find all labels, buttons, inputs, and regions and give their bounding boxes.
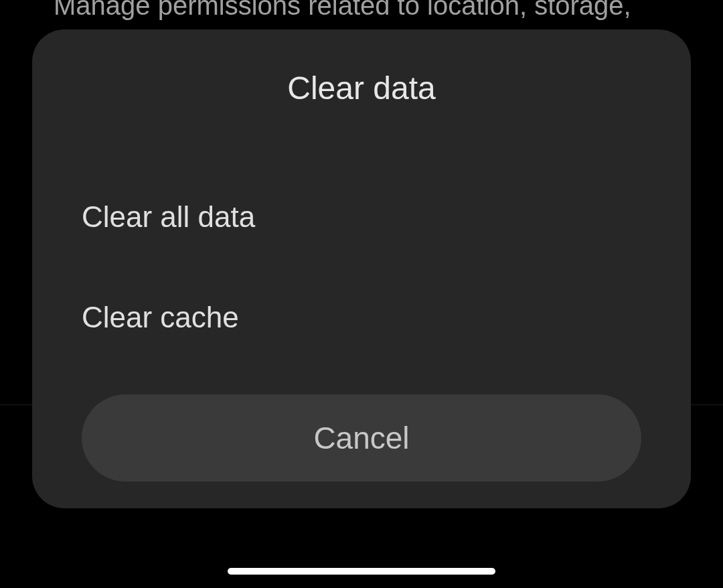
clear-cache-option[interactable]: Clear cache (32, 267, 691, 368)
clear-all-data-option[interactable]: Clear all data (32, 167, 691, 267)
home-indicator[interactable] (228, 568, 495, 575)
clear-data-dialog: Clear data Clear all data Clear cache Ca… (32, 29, 691, 508)
dialog-title: Clear data (32, 70, 691, 106)
cancel-button[interactable]: Cancel (82, 394, 641, 482)
